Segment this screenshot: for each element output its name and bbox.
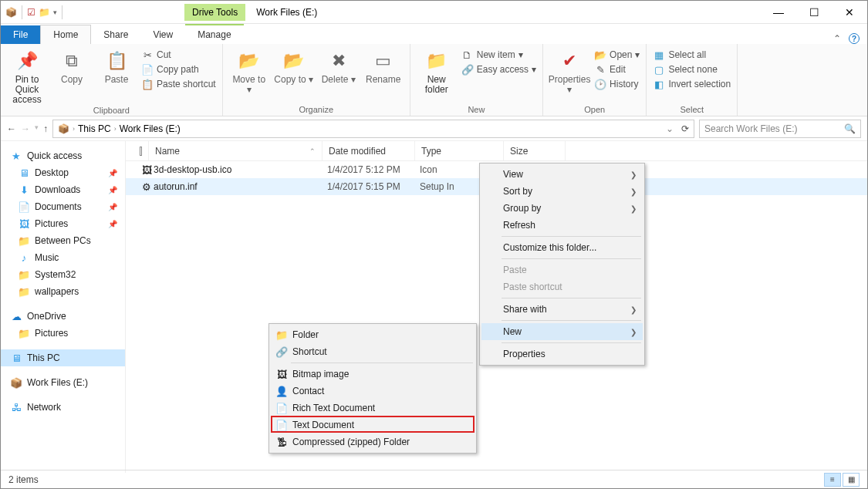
chevron-right-icon: ❯ [630,305,637,314]
paste-button[interactable]: 📋 Paste [96,47,137,106]
address-bar[interactable]: 📦 › This PC › Work Files (E:) ⌄ ⟳ [52,120,694,138]
details-view-button[interactable]: ≡ [824,473,841,487]
navigation-pane: ★Quick access 🖥Desktop📌 ⬇Downloads📌 📄Doc… [1,141,126,473]
column-name[interactable]: Name⌃ [149,141,323,160]
delete-button[interactable]: ✖Delete ▾ [319,47,359,105]
paste-shortcut-button[interactable]: 📋Paste shortcut [141,78,216,90]
sidebar-item-between-pcs[interactable]: 📁Between PCs [1,232,125,249]
maximize-button[interactable]: ☐ [796,1,832,24]
move-to-button[interactable]: 📂Move to ▾ [229,47,269,105]
cut-button[interactable]: ✂Cut [141,49,216,61]
sidebar-work-files[interactable]: 📦Work Files (E:) [1,374,125,391]
sidebar-quick-access[interactable]: ★Quick access [1,147,125,164]
new-folder-button[interactable]: 📁New folder [417,47,457,105]
menu-refresh[interactable]: Refresh [481,217,643,234]
tab-file[interactable]: File [1,25,40,44]
sidebar-onedrive[interactable]: ☁OneDrive [1,308,125,325]
menu-customize-folder[interactable]: Customize this folder... [481,239,643,256]
menu-view[interactable]: View❯ [481,166,643,183]
sidebar-item-downloads[interactable]: ⬇Downloads📌 [1,181,125,198]
refresh-button[interactable]: ⟳ [681,123,689,134]
ribbon-group-clipboard: 📌 Pin to Quick access ⧉ Copy 📋 Paste ✂Cu… [1,44,223,116]
collapse-ribbon-icon[interactable]: ⌃ [833,33,841,44]
select-all-button[interactable]: ▦Select all [653,49,731,61]
menu-group-by[interactable]: Group by❯ [481,200,643,217]
sidebar-item-pictures[interactable]: 🖼Pictures📌 [1,215,125,232]
sidebar-item-music[interactable]: ♪Music [1,249,125,266]
recent-dropdown[interactable]: ▾ [35,123,39,134]
edit-button[interactable]: ✎Edit [594,63,640,76]
easy-access-button[interactable]: 🔗Easy access ▾ [461,63,536,76]
up-button[interactable]: ↑ [43,123,48,134]
crumb-this-pc[interactable]: This PC [78,123,111,134]
close-button[interactable]: ✕ [832,1,867,24]
folder-icon: 📁 [18,327,30,339]
back-button[interactable]: ← [7,123,16,134]
sidebar-item-documents[interactable]: 📄Documents📌 [1,198,125,215]
forward-button[interactable]: → [21,123,30,134]
copy-to-button[interactable]: 📂Copy to ▾ [274,47,314,105]
window-title: Work Files (E:) [256,7,317,18]
select-none-button[interactable]: ▢Select none [653,63,731,76]
select-all-checkbox[interactable] [140,147,142,156]
tab-share[interactable]: Share [91,25,140,44]
contact-icon: 👤 [275,386,288,397]
sidebar-onedrive-pictures[interactable]: 📁Pictures [1,325,125,342]
qat-dropdown-icon[interactable]: ▾ [53,8,57,16]
tab-home[interactable]: Home [40,25,91,44]
sidebar-item-wallpapers[interactable]: 📁wallpapers [1,283,125,300]
submenu-shortcut[interactable]: 🔗Shortcut [271,343,475,360]
menu-new[interactable]: New❯ [481,323,643,340]
ribbon: 📌 Pin to Quick access ⧉ Copy 📋 Paste ✂Cu… [1,44,867,116]
submenu-zip[interactable]: 🗜Compressed (zipped) Folder [271,433,475,450]
menu-share-with[interactable]: Share with❯ [481,301,643,318]
submenu-contact[interactable]: 👤Contact [271,383,475,400]
status-bar: 2 items ≡ ▦ [1,470,867,488]
qat-folder-icon[interactable]: 📁 [39,7,50,18]
open-button[interactable]: 📂Open ▾ [594,49,640,61]
copy-path-button[interactable]: 📄Copy path [141,63,216,76]
sidebar-item-system32[interactable]: 📁System32 [1,266,125,283]
column-size[interactable]: Size [504,141,566,160]
scissors-icon: ✂ [141,49,154,61]
new-item-button[interactable]: 🗋New item ▾ [461,49,536,61]
menu-properties[interactable]: Properties [481,346,643,363]
qat-redo-icon[interactable]: ☑ [27,7,35,18]
sidebar-this-pc[interactable]: 🖥This PC [1,349,125,366]
crumb-drive[interactable]: Work Files (E:) [120,123,181,134]
pin-icon: 📌 [108,203,117,211]
icons-view-button[interactable]: ▦ [843,473,860,487]
copy-button[interactable]: ⧉ Copy [52,47,92,106]
minimize-button[interactable]: — [761,1,796,24]
rename-icon: ▭ [371,49,396,73]
chevron-right-icon: ❯ [630,187,637,196]
pin-icon: 📌 [15,49,39,73]
submenu-folder[interactable]: 📁Folder [271,326,475,343]
menu-sort-by[interactable]: Sort by❯ [481,183,643,200]
pin-to-quick-access-button[interactable]: 📌 Pin to Quick access [7,47,47,106]
ribbon-group-open: ✔Properties ▾ 📂Open ▾ ✎Edit 🕑History Ope… [543,44,647,116]
cloud-icon: ☁ [10,310,22,322]
column-date[interactable]: Date modified [323,141,415,160]
newitem-icon: 🗋 [461,49,474,61]
submenu-bitmap[interactable]: 🖼Bitmap image [271,366,475,383]
submenu-rtf[interactable]: 📄Rich Text Document [271,400,475,416]
history-button[interactable]: 🕑History [594,78,640,90]
rtf-icon: 📄 [275,403,288,414]
column-type[interactable]: Type [415,141,504,160]
address-dropdown-icon[interactable]: ⌄ [666,123,674,134]
invert-icon: ◧ [653,78,665,90]
tab-manage[interactable]: Manage [185,24,243,44]
sidebar-network[interactable]: 🖧Network [1,399,125,416]
rename-button[interactable]: ▭Rename [363,47,404,105]
drive-icon: 📦 [58,123,69,134]
paste-icon: 📋 [104,49,129,73]
search-box[interactable]: Search Work Files (E:) 🔍 [699,120,861,138]
properties-button[interactable]: ✔Properties ▾ [549,47,589,105]
help-icon[interactable]: ? [849,33,860,44]
drive-icon: 📦 [10,376,22,389]
search-icon: 🔍 [844,123,856,134]
invert-selection-button[interactable]: ◧Invert selection [653,78,731,90]
tab-view[interactable]: View [140,25,185,44]
sidebar-item-desktop[interactable]: 🖥Desktop📌 [1,164,125,181]
